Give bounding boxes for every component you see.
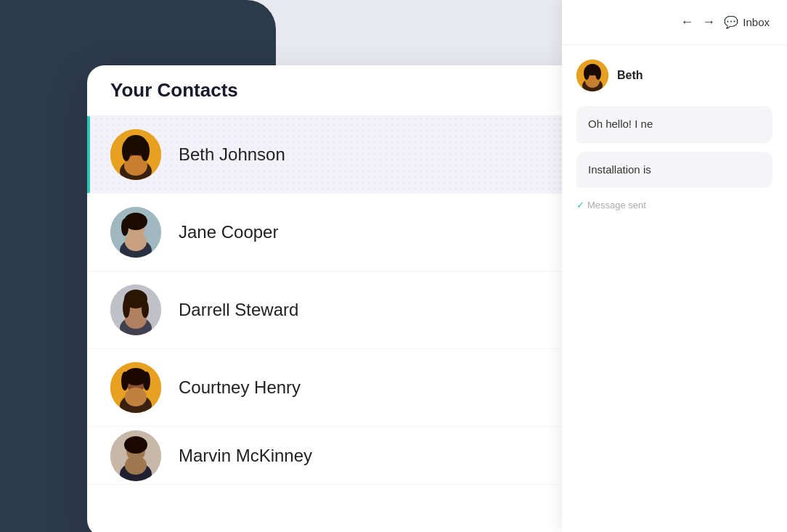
chat-message-1: Oh hello! I ne — [576, 106, 772, 143]
chat-panel: ← → 💬 Inbox Beth Oh hello! I — [562, 0, 787, 532]
panel-title: Your Contacts — [110, 79, 238, 102]
panel-header: Your Contacts ▾ — [87, 65, 624, 116]
svg-point-6 — [141, 141, 150, 161]
list-item[interactable]: Courtney Henry — [87, 349, 624, 427]
inbox-label: Inbox — [743, 16, 770, 28]
avatar — [110, 129, 161, 180]
avatar — [110, 362, 161, 413]
svg-point-37 — [584, 67, 590, 80]
list-item[interactable]: Darrell Steward — [87, 271, 624, 349]
message-status-text: Message sent — [587, 200, 646, 210]
svg-point-5 — [122, 141, 131, 161]
svg-point-18 — [123, 298, 130, 318]
chat-avatar — [576, 60, 608, 91]
forward-arrow-icon[interactable]: → — [702, 15, 715, 30]
svg-point-26 — [143, 372, 150, 390]
svg-point-30 — [125, 456, 147, 475]
contact-name: Marvin McKinney — [179, 446, 574, 466]
svg-point-25 — [121, 372, 129, 390]
svg-point-31 — [124, 436, 147, 454]
contact-name: Beth Johnson — [179, 144, 574, 165]
contact-name: Darrell Steward — [179, 300, 574, 320]
back-arrow-icon[interactable]: ← — [680, 15, 693, 30]
inbox-button[interactable]: 💬 Inbox — [724, 15, 770, 29]
contact-list: Beth Johnson Jane Cooper — [87, 116, 624, 485]
chat-contact-name: Beth — [617, 69, 643, 82]
svg-point-12 — [121, 218, 129, 236]
contacts-panel: Your Contacts ▾ Beth Johnson — [87, 65, 624, 532]
message-status: ✓ Message sent — [576, 197, 772, 213]
avatar — [110, 285, 161, 335]
avatar — [110, 430, 161, 481]
svg-point-23 — [125, 388, 147, 406]
message-sent-icon: ✓ — [576, 200, 584, 210]
chat-icon: 💬 — [724, 15, 738, 29]
avatar — [110, 207, 161, 258]
contact-name: Courtney Henry — [179, 377, 574, 398]
chat-navigation: ← → 💬 Inbox — [562, 0, 787, 45]
list-item[interactable]: Beth Johnson — [87, 116, 624, 194]
svg-point-19 — [142, 300, 149, 318]
svg-point-38 — [595, 67, 601, 80]
chat-message-2: Installation is — [576, 152, 772, 189]
contact-name: Jane Cooper — [179, 222, 574, 242]
chat-contact-header: Beth — [576, 60, 772, 91]
list-item[interactable]: Jane Cooper — [87, 194, 624, 271]
list-item[interactable]: Marvin McKinney — [87, 427, 624, 485]
svg-point-10 — [125, 232, 147, 251]
chat-content: Beth Oh hello! I ne Installation is ✓ Me… — [562, 45, 787, 228]
